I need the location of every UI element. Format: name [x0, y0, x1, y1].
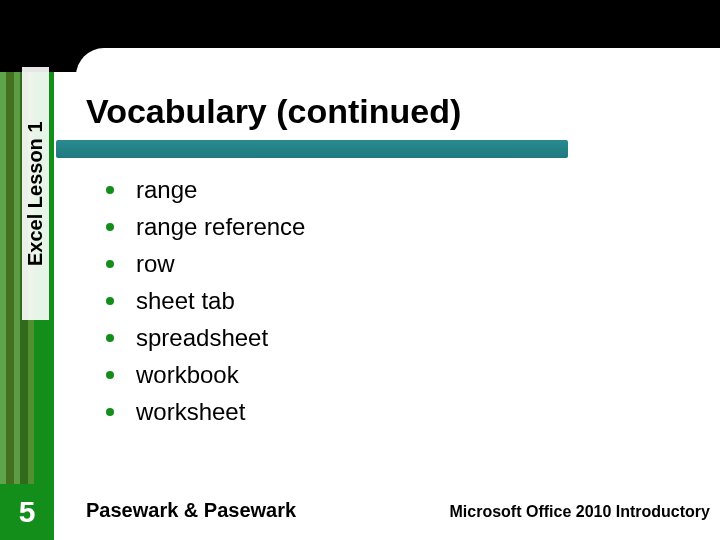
list-item: range reference — [106, 213, 646, 241]
bullet-icon — [106, 334, 114, 342]
bullet-icon — [106, 260, 114, 268]
list-item: worksheet — [106, 398, 646, 426]
bullet-icon — [106, 186, 114, 194]
sidebar-page-box: 5 — [0, 484, 54, 540]
bullet-icon — [106, 408, 114, 416]
list-item: row — [106, 250, 646, 278]
list-item: workbook — [106, 361, 646, 389]
list-item: range — [106, 176, 646, 204]
list-item: spreadsheet — [106, 324, 646, 352]
footer-right-text: Microsoft Office 2010 Introductory — [450, 503, 711, 521]
list-item-label: spreadsheet — [136, 324, 268, 352]
bullet-icon — [106, 371, 114, 379]
slide-title: Vocabulary (continued) — [86, 92, 461, 131]
list-item: sheet tab — [106, 287, 646, 315]
sidebar-vertical-label: Excel Lesson 1 — [22, 67, 49, 320]
vocabulary-list: range range reference row sheet tab spre… — [106, 176, 646, 435]
page-number: 5 — [19, 495, 36, 529]
slide-footer: Pasewark & Pasewark Microsoft Office 201… — [86, 499, 710, 522]
bullet-icon — [106, 297, 114, 305]
list-item-label: range reference — [136, 213, 305, 241]
footer-left-text: Pasewark & Pasewark — [86, 499, 296, 522]
left-sidebar: 5 Excel Lesson 1 — [0, 0, 54, 540]
list-item-label: workbook — [136, 361, 239, 389]
list-item-label: row — [136, 250, 175, 278]
bullet-icon — [106, 223, 114, 231]
list-item-label: worksheet — [136, 398, 245, 426]
top-black-bar — [54, 0, 720, 72]
list-item-label: range — [136, 176, 197, 204]
list-item-label: sheet tab — [136, 287, 235, 315]
title-underline — [56, 140, 568, 158]
presentation-slide: 5 Excel Lesson 1 Vocabulary (continued) … — [0, 0, 720, 540]
sidebar-top-black — [0, 0, 54, 72]
